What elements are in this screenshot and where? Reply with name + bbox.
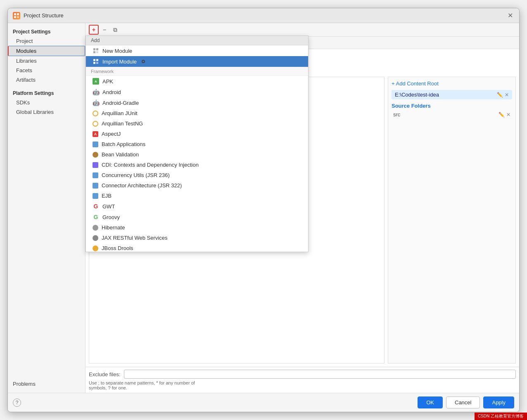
platform-settings-header: Platform Settings <box>8 88 85 98</box>
dropdown-hibernate[interactable]: Hibernate <box>86 222 308 233</box>
exclude-hint: Use ; to separate name patterns, * for a… <box>89 380 516 390</box>
title-bar-left: Project Structure <box>13 12 64 19</box>
dropdown-apk[interactable]: A APK <box>86 76 308 87</box>
bean-icon <box>93 152 98 158</box>
gwt-icon: G <box>93 203 99 210</box>
dropdown-arquillian-junit[interactable]: Arquillian JUnit <box>86 108 308 118</box>
android-icon: 🤖 <box>93 89 99 95</box>
app-icon <box>13 12 20 19</box>
add-content-root-button[interactable]: + Add Content Root <box>392 80 512 87</box>
apk-icon: A <box>93 78 99 85</box>
content-root-info: + Add Content Root E:\Codes\test-idea ✏️… <box>388 77 516 363</box>
dropdown-concurrency[interactable]: Concurrency Utils (JSR 236) <box>86 170 308 180</box>
toolbar: + − ⧉ Add <box>85 23 519 37</box>
dropdown-jboss[interactable]: JBoss Drools <box>86 243 308 252</box>
ejb-icon <box>93 193 98 199</box>
close-button[interactable]: ✕ <box>506 12 514 20</box>
dropdown-bean-validation[interactable]: Bean Validation <box>86 149 308 160</box>
svg-rect-3 <box>17 16 19 18</box>
svg-rect-0 <box>14 13 16 15</box>
aspectj-icon: A <box>93 131 98 137</box>
dropdown-arquillian-testng[interactable]: Arquillian TestNG <box>86 118 308 129</box>
title-bar: Project Structure ✕ <box>8 8 519 23</box>
main-panel: + − ⧉ Add <box>85 23 519 393</box>
cdi-icon <box>93 162 98 168</box>
window-title: Project Structure <box>24 12 64 19</box>
svg-rect-1 <box>17 13 19 15</box>
project-structure-window: Project Structure ✕ Project Settings Pro… <box>7 8 520 412</box>
help-button[interactable]: ? <box>13 399 21 407</box>
new-module-icon <box>93 47 99 54</box>
bottom-bar: Exclude files: Use ; to separate name pa… <box>85 367 519 393</box>
hibernate-icon <box>93 225 98 231</box>
svg-rect-7 <box>96 51 98 53</box>
dropdown-ejb[interactable]: EJB <box>86 191 308 201</box>
arquillian-junit-icon <box>93 111 98 116</box>
source-folder-actions: ✏️ ✕ <box>499 112 510 118</box>
source-folder-name: src <box>393 111 400 118</box>
svg-rect-5 <box>96 48 98 50</box>
concurrency-icon <box>93 172 98 178</box>
groovy-icon: G <box>93 214 99 220</box>
remove-content-root-button[interactable]: ✕ <box>505 92 509 98</box>
svg-rect-10 <box>93 62 95 64</box>
sidebar-item-project[interactable]: Project <box>8 36 85 46</box>
framework-section-label: Framework <box>86 67 308 76</box>
remove-source-folder-button[interactable]: ✕ <box>506 112 510 118</box>
sidebar-item-facets[interactable]: Facets <box>8 66 85 75</box>
exclude-files-label: Exclude files: <box>89 371 121 378</box>
copy-button[interactable]: ⧉ <box>110 25 120 35</box>
edit-content-root-button[interactable]: ✏️ <box>497 92 503 98</box>
sidebar-item-libraries[interactable]: Libraries <box>8 56 85 66</box>
svg-rect-8 <box>93 59 95 61</box>
cursor-indicator <box>142 60 145 63</box>
content-root-actions: ✏️ ✕ <box>497 92 509 98</box>
add-content-root-label: + Add Content Root <box>392 80 439 87</box>
source-folders-header: Source Folders <box>392 103 512 109</box>
jax-icon <box>93 235 98 241</box>
ok-button[interactable]: OK <box>418 396 443 408</box>
dropdown-aspectj[interactable]: A AspectJ <box>86 129 308 139</box>
svg-rect-9 <box>96 59 98 61</box>
source-folder-item: src ✏️ ✕ <box>392 111 512 118</box>
batch-icon <box>93 142 98 147</box>
content-root-path: E:\Codes\test-idea ✏️ ✕ <box>392 90 512 99</box>
dropdown-list: New Module <box>86 45 308 252</box>
dropdown-jax-rest[interactable]: JAX RESTful Web Services <box>86 233 308 243</box>
exclude-files-input[interactable] <box>124 370 516 379</box>
dropdown-android-gradle[interactable]: 🤖 Android-Gradle <box>86 97 308 108</box>
remove-button[interactable]: − <box>100 25 109 35</box>
sidebar-item-sdks[interactable]: SDKs <box>8 98 85 107</box>
dropdown-groovy[interactable]: G Groovy <box>86 212 308 222</box>
content-area: Project Settings Project Modules Librari… <box>8 23 519 393</box>
jboss-icon <box>93 245 98 251</box>
dropdown-batch-apps[interactable]: Batch Applications <box>86 139 308 149</box>
edit-source-folder-button[interactable]: ✏️ <box>499 112 505 118</box>
sidebar-item-global-libraries[interactable]: Global Libraries <box>8 107 85 117</box>
exclude-row: Exclude files: <box>89 370 516 379</box>
arquillian-testng-icon <box>93 121 98 127</box>
dropdown-connector[interactable]: Connector Architecture (JSR 322) <box>86 180 308 191</box>
sidebar: Project Settings Project Modules Librari… <box>8 23 85 393</box>
apply-button[interactable]: Apply <box>483 396 514 408</box>
dropdown-cdi[interactable]: CDI: Contexts and Dependency Injection <box>86 160 308 170</box>
svg-rect-11 <box>96 62 98 64</box>
content-root-path-text: E:\Codes\test-idea <box>395 92 439 98</box>
dropdown-import-module[interactable]: Import Module <box>86 56 308 67</box>
dropdown-gwt[interactable]: G GWT <box>86 201 308 212</box>
import-module-icon <box>93 58 99 65</box>
dialog-footer: ? OK Cancel Apply CSDN 乙桂教育官方博客 <box>8 393 519 412</box>
dropdown-header: Add <box>86 36 308 45</box>
cancel-button[interactable]: Cancel <box>446 396 480 408</box>
add-button[interactable]: + <box>89 25 99 35</box>
sidebar-item-modules[interactable]: Modules <box>8 46 85 56</box>
connector-icon <box>93 183 98 189</box>
dropdown-android[interactable]: 🤖 Android <box>86 87 308 97</box>
svg-rect-4 <box>93 48 95 50</box>
svg-rect-6 <box>93 51 95 53</box>
android-gradle-icon: 🤖 <box>93 99 99 106</box>
add-dropdown: Add New M <box>85 35 309 252</box>
sidebar-item-artifacts[interactable]: Artifacts <box>8 75 85 85</box>
sidebar-item-problems[interactable]: Problems <box>8 378 85 389</box>
dropdown-new-module[interactable]: New Module <box>86 45 308 56</box>
